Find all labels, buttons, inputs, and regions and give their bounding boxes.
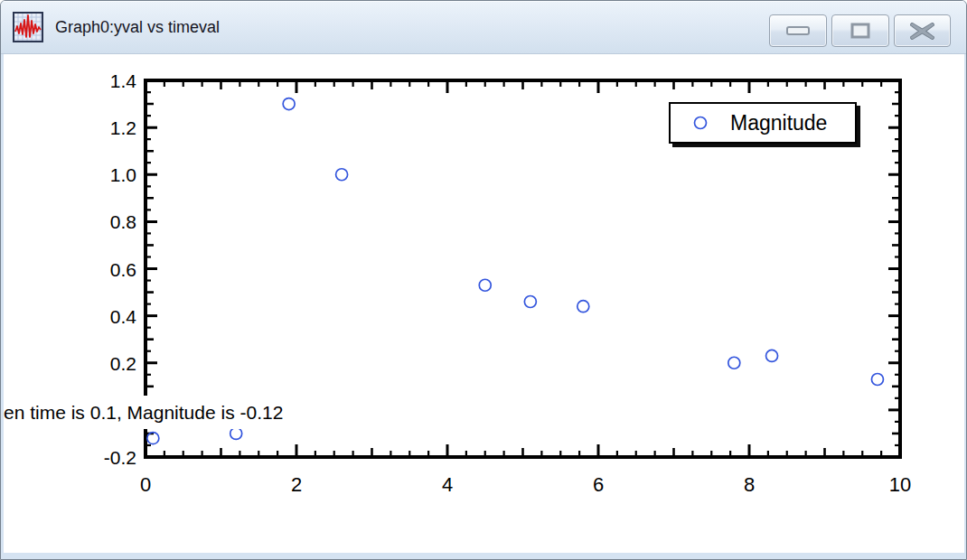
legend-box[interactable]: Magnitude [669, 102, 857, 144]
window-title: Graph0:yval vs timeval [55, 1, 220, 53]
minimize-icon [785, 25, 811, 36]
window-titlebar[interactable]: Graph0:yval vs timeval [1, 1, 966, 54]
legend-marker-open-circle-icon [692, 115, 709, 131]
maximize-button[interactable] [831, 14, 889, 47]
igor-graph-waveform-icon [13, 12, 43, 42]
graph-annotation[interactable]: en time is 0.1, Magnitude is -0.12 [4, 396, 363, 429]
close-button[interactable] [894, 14, 951, 47]
maximize-icon [850, 22, 871, 40]
minimize-button[interactable] [769, 14, 827, 47]
legend-label: Magnitude [730, 111, 827, 135]
close-icon [910, 23, 934, 40]
annotation-text: en time is 0.1, Magnitude is -0.12 [4, 402, 283, 423]
graph-window: 0246810-0.20.00.20.40.60.81.01.21.4 en t… [0, 0, 967, 560]
